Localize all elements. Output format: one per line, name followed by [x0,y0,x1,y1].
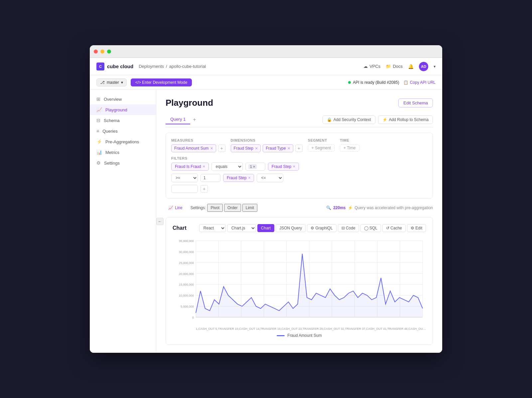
time-label: TIME [340,138,359,142]
branch-button[interactable]: ⎇ master ▾ [96,78,127,86]
filter-chip-1[interactable]: Fraud Step × [268,163,299,171]
dimension-chip-0[interactable]: Fraud Step × [231,144,261,152]
sidebar-item-settings[interactable]: ⚙ Settings [90,158,156,168]
measures-chips: Fraud Amount Sum × + [171,144,225,152]
measure-chip-0[interactable]: Fraud Amount Sum × [171,144,216,152]
order-button[interactable]: Order [224,204,241,212]
filter-row-1: Fraud Is Fraud × equals not equals conta… [171,162,427,171]
security-context-button[interactable]: 🔒 Add Security Context [323,115,375,124]
security-context-label: Add Security Context [333,117,371,122]
sidebar-item-pre-aggregations[interactable]: ⚡ Pre-Aggregations [90,136,156,147]
status-dot [348,81,351,84]
builder-row-1: MEASURES Fraud Amount Sum × + DIMENSIONS [171,138,427,152]
filter-gte-input[interactable] [200,174,220,182]
notification-icon[interactable]: 🔔 [408,64,414,69]
copy-api-button[interactable]: 📋 Copy API URL [403,80,436,85]
breadcrumb-separator: / [166,64,167,69]
sidebar-item-playground[interactable]: 📈 Playground [90,104,156,115]
add-dimension-button[interactable]: + [295,145,303,152]
svg-text:20,000,000: 20,000,000 [179,272,194,276]
dimension-chip-close-0[interactable]: × [255,146,258,151]
minimize-button[interactable] [100,50,104,54]
sidebar-item-queries[interactable]: ≡ Queries [90,126,156,136]
chart-section: Chart React Angular Vue Chart.js D3 Rech… [166,217,433,345]
avatar[interactable]: AD [419,62,428,71]
header-left: C cube cloud Deployments / apollo-cube-t… [96,63,206,70]
legend-color [277,335,285,336]
svg-text:25,000,000: 25,000,000 [179,261,194,265]
add-measure-button[interactable]: + [218,145,225,152]
dropdown-icon[interactable]: ▾ [434,64,436,69]
svg-text:15,000,000: 15,000,000 [179,283,194,286]
query-tab-1[interactable]: Query 1 [166,115,190,124]
breadcrumb-base[interactable]: Deployments [139,64,164,69]
maximize-button[interactable] [107,50,111,54]
branch-label: master [107,80,119,85]
edit-icon: ⚙ [411,226,414,230]
filter-chip-close-1[interactable]: × [293,164,295,169]
svg-text:5,000,000: 5,000,000 [181,305,194,308]
edit-schema-button[interactable]: Edit Schema [398,98,433,107]
line-chart-button[interactable]: 📈 Line [166,204,185,211]
segment-label: SEGMENT [308,138,334,142]
docs-button[interactable]: 📁 Docs [386,64,403,69]
tab-cache[interactable]: ↺ Cache [382,224,406,232]
time-group: TIME + Time [340,138,359,152]
vpcs-button[interactable]: ☁ VPCs [363,64,380,69]
add-query-tab-button[interactable]: + [190,115,199,124]
logo-text: cube cloud [107,64,133,69]
page-header: Playground Edit Schema [166,98,433,108]
sidebar-collapse-button[interactable]: ← [156,218,164,225]
metrics-icon: 📊 [96,150,102,155]
dev-mode-button[interactable]: </> Enter Development Mode [131,78,192,86]
logo: C cube cloud [96,63,133,70]
filter-row-2: >= <= > Fraud Step × <= >= [171,174,427,182]
framework-select[interactable]: React Angular Vue [199,224,226,232]
filter-chip-0[interactable]: Fraud Is Fraud × [171,163,209,171]
dimensions-chips: Fraud Step × Fraud Type × + [231,144,303,152]
dimensions-group: DIMENSIONS Fraud Step × Fraud Type × + [231,138,303,152]
header-right: ☁ VPCs 📁 Docs 🔔 AD ▾ [363,62,436,71]
svg-text:35,000,000: 35,000,000 [179,239,194,243]
playground-icon: 📈 [96,107,102,112]
tab-graphiql[interactable]: ⚙ GraphiQL [307,224,336,232]
filter-lte-select[interactable]: <= >= [257,174,283,182]
sidebar-item-metrics[interactable]: 📊 Metrics [90,147,156,158]
pre-aggregations-icon: ⚡ [96,139,102,144]
pivot-button[interactable]: Pivot [207,204,223,212]
chartlib-select[interactable]: Chart.js D3 Recharts [227,224,256,232]
settings-group: Settings: Pivot Order Limit [191,204,257,212]
copy-icon: 📋 [403,80,408,85]
measure-chip-close[interactable]: × [210,146,213,151]
filter-chip-2[interactable]: Fraud Step × [223,174,254,182]
tab-json-query[interactable]: JSON Query [276,224,306,232]
filter-gte-select[interactable]: >= <= > [171,174,198,182]
filter-operator-select-0[interactable]: equals not equals contains [211,162,243,171]
time-button[interactable]: + Time [340,144,359,152]
rollup-button[interactable]: ⚡ Add Rollup to Schema [378,115,433,124]
tab-edit[interactable]: ⚙ Edit [407,224,426,232]
tab-sql[interactable]: ◯ SQL [360,224,381,232]
chart-toolbar: 📈 Line Settings: Pivot Order Limit 🔍 220… [166,204,433,212]
dimension-chip-1[interactable]: Fraud Type × [263,144,293,152]
dimension-chip-close-1[interactable]: × [288,146,290,151]
close-button[interactable] [94,50,98,54]
tab-chart[interactable]: Chart [257,224,274,232]
add-filter-button[interactable]: + [200,185,208,193]
lock-icon: 🔒 [327,117,332,122]
filter-chip-close-0[interactable]: × [203,164,205,169]
segment-button[interactable]: + Segment [308,144,334,152]
chart-tabs: React Angular Vue Chart.js D3 Recharts C… [199,224,426,232]
vpcs-icon: ☁ [363,64,368,69]
sidebar-item-schema[interactable]: ⊟ Schema [90,115,156,126]
filter-chip-close-2[interactable]: × [248,176,250,180]
app-header: C cube cloud Deployments / apollo-cube-t… [90,58,442,75]
filter-chip-label-2: Fraud Step [227,176,246,180]
sidebar-item-overview[interactable]: ⊞ Overview [90,94,156,104]
measure-chip-label: Fraud Amount Sum [174,146,208,151]
breadcrumb-current[interactable]: apollo-cube-tutorial [169,64,206,69]
tab-code[interactable]: ⊟ Code [338,224,359,232]
chart-type-buttons: 📈 Line [166,204,185,211]
limit-button[interactable]: Limit [242,204,257,212]
limit-input[interactable]: 50 [171,185,198,193]
